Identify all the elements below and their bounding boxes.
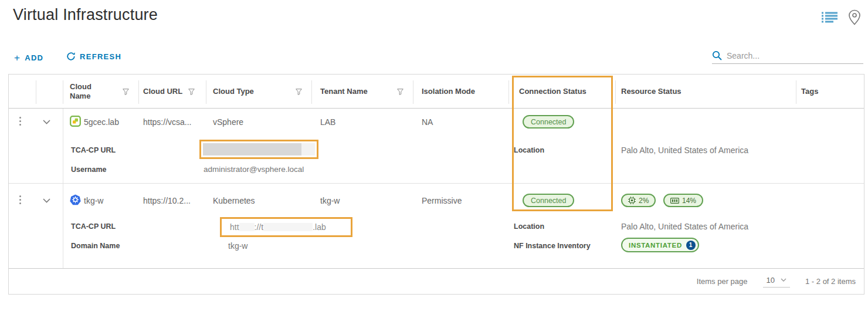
pagination-range: 1 - 2 of 2 items bbox=[805, 277, 856, 286]
filter-icon[interactable] bbox=[188, 89, 195, 95]
table-header-row: Cloud Name Cloud URL Cloud Type Tenant N… bbox=[9, 75, 864, 109]
column-header-cloud-name[interactable]: Cloud Name bbox=[70, 75, 137, 109]
search-icon bbox=[712, 50, 722, 60]
virtual-infrastructure-page: Virtual Infrastructure + ADD bbox=[0, 0, 868, 311]
refresh-icon bbox=[66, 52, 76, 61]
page-size-select[interactable]: 10 bbox=[763, 276, 790, 288]
nf-instance-status-badge: INSTANTIATED 1 bbox=[621, 238, 699, 252]
isolation-mode-value: Permissive bbox=[422, 196, 462, 205]
table-footer: Items per page 10 1 - 2 of 2 items bbox=[9, 268, 864, 294]
virtual-infrastructure-table: Cloud Name Cloud URL Cloud Type Tenant N… bbox=[8, 74, 864, 295]
column-header-cloud-type[interactable]: Cloud Type bbox=[213, 75, 307, 109]
tca-cp-url-label: TCA-CP URL bbox=[71, 146, 116, 154]
location-label: Location bbox=[514, 146, 544, 154]
tca-cp-url-value: htt://t.lab bbox=[222, 219, 351, 235]
tenant-name-value: tkg-w bbox=[320, 196, 340, 205]
expand-chevron-icon[interactable] bbox=[43, 195, 50, 205]
redacted-tca-url-highlight bbox=[199, 140, 318, 159]
cloud-url-value: https://10.2... bbox=[143, 196, 191, 205]
filter-icon[interactable] bbox=[296, 89, 302, 95]
isolation-mode-value: NA bbox=[422, 117, 433, 127]
table-row: 5gcec.lab https://vcsa... vSphere LAB NA… bbox=[9, 109, 864, 184]
filter-icon[interactable] bbox=[397, 89, 404, 95]
row-actions-kebab-icon[interactable] bbox=[18, 116, 22, 127]
cloud-name-value[interactable]: tkg-w bbox=[84, 196, 103, 205]
chevron-down-icon bbox=[781, 278, 786, 282]
tenant-name-value: LAB bbox=[320, 117, 335, 127]
row-actions-kebab-icon[interactable] bbox=[18, 194, 22, 205]
add-button-label: ADD bbox=[25, 53, 43, 62]
list-view-icon[interactable] bbox=[822, 11, 838, 26]
plus-icon: + bbox=[14, 53, 21, 63]
masked-tca-url-highlight: htt://t.lab bbox=[220, 217, 352, 237]
nf-instance-count-badge: 1 bbox=[686, 241, 696, 250]
connection-status-badge: Connected bbox=[523, 194, 574, 207]
vsphere-icon bbox=[70, 116, 81, 129]
column-header-resource-status[interactable]: Resource Status bbox=[621, 75, 785, 109]
connection-status-badge: Connected bbox=[523, 115, 574, 129]
add-button[interactable]: + ADD bbox=[14, 53, 43, 63]
items-per-page-label: Items per page bbox=[697, 277, 748, 286]
refresh-button-label: REFRESH bbox=[80, 52, 121, 61]
memory-usage-badge: 14% bbox=[663, 194, 703, 207]
username-label: Username bbox=[71, 165, 106, 174]
cpu-usage-badge: 2% bbox=[621, 194, 656, 207]
username-value: administrator@vsphere.local bbox=[204, 165, 304, 174]
column-header-isolation-mode[interactable]: Isolation Mode bbox=[422, 75, 504, 109]
search-input[interactable] bbox=[727, 51, 856, 60]
domain-name-value: tkg-w bbox=[228, 241, 247, 251]
cloud-url-value: https://vcsa... bbox=[143, 117, 191, 127]
location-pin-icon[interactable] bbox=[848, 9, 861, 28]
cpu-icon bbox=[628, 197, 636, 204]
location-value: Palo Alto, United States of America bbox=[621, 222, 748, 231]
search-box bbox=[712, 50, 863, 64]
location-label: Location bbox=[514, 222, 544, 231]
header-actions bbox=[822, 9, 861, 28]
cloud-name-value[interactable]: 5gcec.lab bbox=[84, 117, 119, 127]
kubernetes-icon bbox=[70, 194, 81, 207]
filter-icon[interactable] bbox=[123, 89, 129, 95]
column-header-tenant-name[interactable]: Tenant Name bbox=[320, 75, 408, 109]
refresh-button[interactable]: REFRESH bbox=[66, 52, 121, 61]
cloud-type-value: Kubernetes bbox=[213, 196, 255, 205]
memory-icon bbox=[670, 197, 679, 204]
expand-chevron-icon[interactable] bbox=[43, 117, 50, 126]
page-title: Virtual Infrastructure bbox=[13, 6, 158, 24]
column-header-cloud-url[interactable]: Cloud URL bbox=[143, 75, 202, 109]
table-row: tkg-w https://10.2... Kubernetes tkg-w P… bbox=[9, 184, 864, 269]
nf-instance-inventory-label: NF Instance Inventory bbox=[514, 242, 591, 250]
cloud-type-value: vSphere bbox=[213, 117, 243, 127]
redacted-value bbox=[203, 143, 315, 156]
column-header-connection-status[interactable]: Connection Status bbox=[519, 75, 613, 109]
tca-cp-url-label: TCA-CP URL bbox=[71, 222, 116, 231]
location-value: Palo Alto, United States of America bbox=[621, 146, 748, 155]
domain-name-label: Domain Name bbox=[71, 242, 120, 250]
column-header-tags[interactable]: Tags bbox=[801, 75, 860, 109]
